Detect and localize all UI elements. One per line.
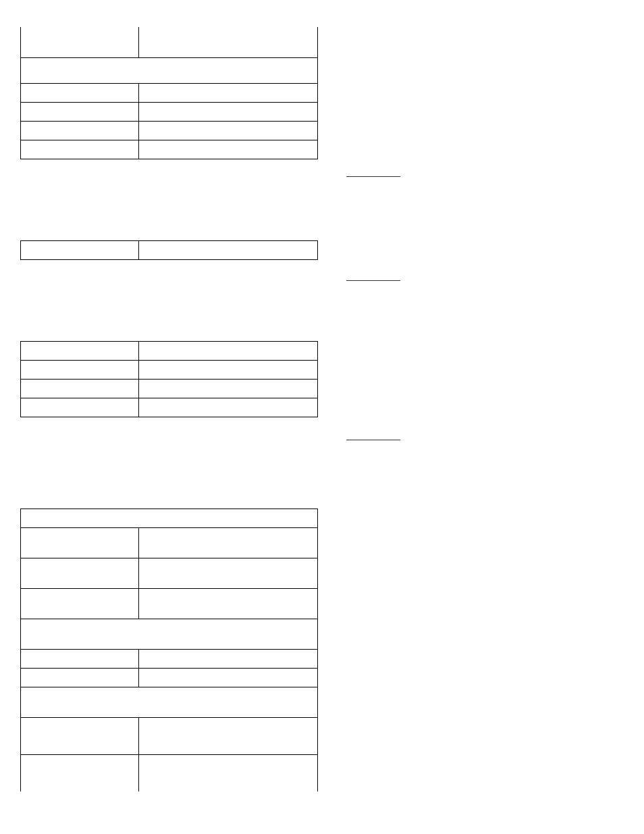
table-cell (21, 83, 139, 102)
table-row (21, 121, 318, 140)
table-cell (21, 649, 139, 668)
table-cell (139, 360, 318, 379)
table-cell (139, 121, 318, 140)
table-row (21, 558, 318, 588)
table-cell (139, 240, 318, 259)
table-row (21, 588, 318, 619)
table-cell (139, 527, 318, 558)
table-3 (20, 341, 318, 417)
hyperlink-underline[interactable] (346, 280, 400, 281)
table-cell (139, 717, 318, 754)
table-cell (21, 619, 318, 649)
table-row (21, 379, 318, 398)
table-cell (21, 717, 139, 754)
table-cell (21, 240, 139, 259)
table-cell (21, 341, 139, 360)
table-cell (21, 527, 139, 558)
table-cell (21, 360, 139, 379)
table-cell (139, 27, 318, 57)
table-row (21, 240, 318, 259)
table-cell (139, 668, 318, 687)
table-cell (21, 588, 139, 619)
table-cell (21, 558, 139, 588)
table-cell (139, 754, 318, 791)
table-4 (20, 509, 318, 792)
table-row (21, 687, 318, 717)
table-cell (139, 588, 318, 619)
table-row (21, 341, 318, 360)
table-cell (21, 509, 318, 527)
table-row (21, 527, 318, 558)
table-row (21, 509, 318, 527)
table-cell (139, 102, 318, 121)
table-row (21, 619, 318, 649)
table-row (21, 57, 318, 83)
table-cell (139, 649, 318, 668)
table-row (21, 140, 318, 159)
table-cell (139, 140, 318, 159)
hyperlink-underline[interactable] (346, 440, 400, 440)
table-cell (21, 687, 318, 717)
document-page (0, 0, 644, 834)
table-row (21, 83, 318, 102)
table-row (21, 360, 318, 379)
table-1 (20, 27, 318, 159)
table-row (21, 717, 318, 754)
table-row (21, 398, 318, 417)
table-row (21, 668, 318, 687)
table-row (21, 102, 318, 121)
table-cell (21, 57, 318, 83)
table-cell (21, 140, 139, 159)
table-cell (21, 398, 139, 417)
table-row (21, 27, 318, 57)
table-cell (139, 558, 318, 588)
table-cell (21, 102, 139, 121)
table-row (21, 754, 318, 791)
table-cell (139, 83, 318, 102)
table-cell (139, 341, 318, 360)
table-cell (21, 668, 139, 687)
table-cell (21, 27, 139, 57)
table-cell (139, 379, 318, 398)
hyperlink-underline[interactable] (346, 176, 400, 177)
table-2 (20, 240, 318, 260)
table-cell (21, 121, 139, 140)
table-row (21, 649, 318, 668)
table-cell (139, 398, 318, 417)
table-cell (21, 379, 139, 398)
table-cell (21, 754, 139, 791)
